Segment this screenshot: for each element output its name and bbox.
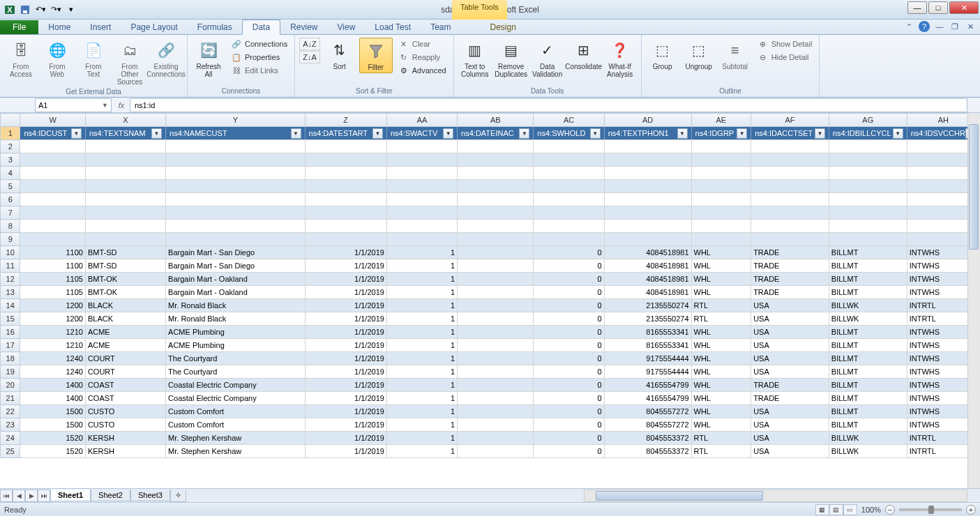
cell[interactable]: 1 (386, 379, 457, 392)
cell[interactable] (829, 180, 907, 193)
cell[interactable]: RTL (691, 299, 751, 312)
from-other-sources-button[interactable]: 🗂From OtherSources (113, 38, 146, 87)
hide-detail-button[interactable]: ⊖Hide Detail (755, 51, 815, 63)
cell[interactable]: 0 (534, 273, 604, 286)
cell[interactable]: WHL (691, 418, 751, 432)
cell[interactable]: 4084518981 (604, 286, 691, 299)
cell[interactable]: TRADE (751, 246, 829, 259)
cell[interactable] (751, 206, 829, 220)
cell[interactable]: Mr. Stephen Kershaw (166, 432, 306, 445)
row-header-5[interactable]: 5 (1, 180, 20, 193)
cell[interactable]: 1/1/2019 (305, 379, 386, 392)
cell[interactable]: 1200 (20, 299, 85, 312)
group-button[interactable]: ⬚Group (646, 38, 679, 72)
cell[interactable]: BMT-SD (85, 259, 165, 273)
cell[interactable] (534, 180, 604, 193)
cell[interactable]: 0 (534, 339, 604, 352)
name-box-dropdown-icon[interactable]: ▼ (102, 102, 108, 109)
cell[interactable]: 2135550274 (604, 299, 691, 312)
cell[interactable] (166, 153, 306, 167)
cell[interactable]: 1500 (20, 418, 85, 432)
cell[interactable] (829, 206, 907, 220)
row-header-8[interactable]: 8 (1, 220, 20, 233)
cell[interactable]: COAST (85, 392, 165, 405)
row-header-7[interactable]: 7 (1, 206, 20, 220)
cell[interactable] (458, 445, 534, 458)
col-header-X[interactable]: X (85, 114, 165, 127)
cell[interactable] (829, 167, 907, 180)
cell[interactable] (458, 299, 534, 312)
cell[interactable]: BILLMT (829, 339, 907, 352)
cell[interactable]: 0 (534, 299, 604, 312)
cell[interactable]: The Courtyard (166, 352, 306, 365)
table-header-cell[interactable]: ns4:IDGRP▼ (691, 127, 751, 140)
row-header-20[interactable]: 20 (1, 379, 20, 392)
scroll-thumb[interactable] (969, 124, 979, 250)
cell[interactable]: 1/1/2019 (305, 299, 386, 312)
tab-design[interactable]: Design (480, 20, 525, 34)
text-to-columns-button[interactable]: ▥Text toColumns (458, 38, 492, 79)
cell[interactable]: BMT-SD (85, 246, 165, 259)
cell[interactable]: 1400 (20, 392, 85, 405)
cell[interactable]: 1210 (20, 339, 85, 352)
cell[interactable] (458, 312, 534, 326)
cell[interactable]: Bargain Mart - Oakland (166, 286, 306, 299)
col-header-AA[interactable]: AA (386, 114, 457, 127)
cell[interactable] (691, 220, 751, 233)
cell[interactable]: RTL (691, 312, 751, 326)
filter-dropdown-icon[interactable]: ▼ (737, 128, 747, 139)
table-header-cell[interactable]: ns4:DATEINAC▼ (458, 127, 534, 140)
consolidate-button[interactable]: ⊞Consolidate (567, 38, 601, 72)
cell[interactable] (458, 432, 534, 445)
cell[interactable]: WHL (691, 326, 751, 339)
table-header-cell[interactable]: ns4:IDCUST▼ (20, 127, 85, 140)
cell[interactable] (20, 193, 85, 206)
clear-filter-button[interactable]: ✕Clear (395, 38, 449, 50)
cell[interactable]: 1 (386, 418, 457, 432)
cell[interactable] (751, 220, 829, 233)
cell[interactable] (691, 180, 751, 193)
cell[interactable]: WHL (691, 259, 751, 273)
cell[interactable] (386, 220, 457, 233)
zoom-in-button[interactable]: + (966, 505, 976, 515)
cell[interactable]: 1500 (20, 405, 85, 418)
reapply-button[interactable]: ↻Reapply (395, 51, 449, 63)
connections-button[interactable]: 🔗Connections (228, 38, 290, 50)
cell[interactable] (85, 193, 165, 206)
cell[interactable] (691, 193, 751, 206)
table-header-cell[interactable]: ns4:TEXTPHON1▼ (604, 127, 691, 140)
horizontal-scrollbar[interactable] (584, 490, 967, 502)
row-header-10[interactable]: 10 (1, 246, 20, 259)
page-break-view-button[interactable]: ▭ (843, 504, 857, 515)
from-access-button[interactable]: 🗄FromAccess (4, 38, 38, 79)
col-header-AB[interactable]: AB (458, 114, 534, 127)
cell[interactable]: COURT (85, 365, 165, 379)
cell[interactable]: ACME Plumbing (166, 326, 306, 339)
advanced-filter-button[interactable]: ⚙Advanced (395, 64, 449, 77)
cell[interactable]: USA (751, 299, 829, 312)
tab-formulas[interactable]: Formulas (188, 20, 242, 34)
cell[interactable] (458, 180, 534, 193)
cell[interactable]: 0 (534, 379, 604, 392)
cell[interactable] (305, 193, 386, 206)
sheet-nav-prev[interactable]: ◀ (13, 490, 25, 502)
cell[interactable] (458, 246, 534, 259)
cell[interactable] (458, 273, 534, 286)
cell[interactable]: 1100 (20, 246, 85, 259)
cell[interactable]: WHL (691, 352, 751, 365)
cell[interactable]: BILLWK (829, 445, 907, 458)
cell[interactable] (458, 379, 534, 392)
cell[interactable]: Custom Comfort (166, 405, 306, 418)
cell[interactable]: Mr. Stephen Kershaw (166, 445, 306, 458)
cell[interactable]: 1520 (20, 432, 85, 445)
row-header-6[interactable]: 6 (1, 193, 20, 206)
cell[interactable]: USA (751, 312, 829, 326)
cell[interactable] (458, 193, 534, 206)
cell[interactable]: 1/1/2019 (305, 432, 386, 445)
cell[interactable] (305, 206, 386, 220)
cell[interactable] (604, 180, 691, 193)
cell[interactable]: 1 (386, 246, 457, 259)
cell[interactable]: 1/1/2019 (305, 246, 386, 259)
cell[interactable]: 0 (534, 365, 604, 379)
cell[interactable]: USA (751, 418, 829, 432)
